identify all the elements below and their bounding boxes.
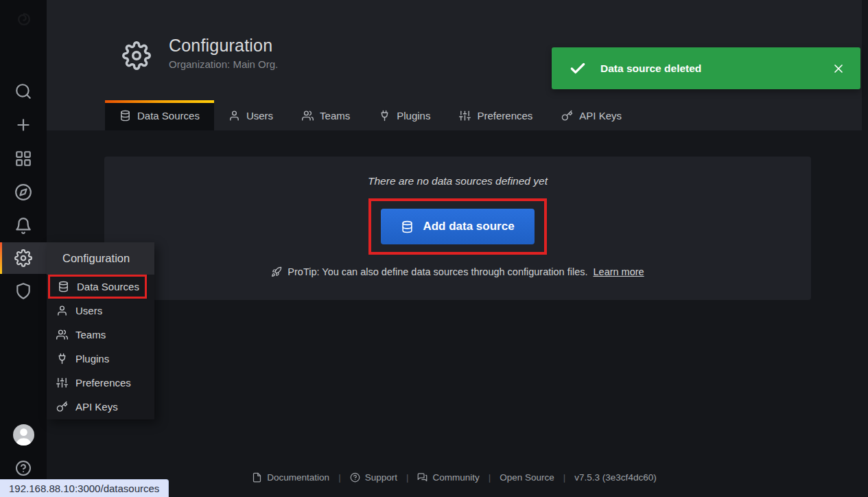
key-icon [56,401,68,413]
protip-row: ProTip: You can also define data sources… [271,266,644,277]
help-circle-icon [350,472,360,483]
tab-bar: Data Sources Users Teams Plugins Prefere… [105,100,636,130]
tab-label: Teams [320,110,350,122]
flyout-item-data-sources[interactable]: Data Sources [50,277,145,297]
sidebar-item-dashboards[interactable] [0,141,47,175]
grafana-logo[interactable] [12,8,36,31]
sliders-icon [56,377,68,389]
sidebar-item-explore[interactable] [0,175,47,209]
success-toast: Data source deleted [552,47,860,89]
sidebar-item-help[interactable] [0,457,47,479]
protip-text: ProTip: You can also define data sources… [288,266,587,277]
page-title: Configuration [169,36,278,56]
grafana-app: Configuration Organization: Main Org. Da… [0,0,868,497]
learn-more-link[interactable]: Learn more [594,266,644,277]
flyout-item-users[interactable]: Users [47,299,154,323]
footer-link-documentation[interactable]: Documentation [252,472,329,483]
avatar-person-icon [13,424,34,446]
page-header: Configuration Organization: Main Org. [122,36,278,70]
flyout-item-label: Teams [75,329,106,340]
footer-link-label: Community [432,472,479,483]
empty-state-message: There are no data sources defined yet [368,175,548,187]
flyout-item-label: Preferences [75,377,131,389]
users-icon [56,329,68,340]
dashboards-grid-icon [14,150,32,167]
flyout-item-label: API Keys [75,401,118,413]
toast-message: Data source deleted [600,62,701,75]
gear-icon [14,249,32,267]
help-circle-icon [15,460,32,476]
footer-link-label: Support [365,472,397,483]
plug-icon [56,353,68,365]
page-subtitle: Organization: Main Org. [169,58,278,70]
flyout-item-label: Users [75,305,102,316]
tab-label: Plugins [397,110,430,122]
footer-separator: | [406,472,409,483]
tab-label: Preferences [477,110,532,122]
search-icon [14,82,32,100]
flyout-item-preferences[interactable]: Preferences [47,371,154,395]
footer-version: v7.5.3 (3e3cf4dc60) [574,472,656,483]
users-icon [302,110,314,122]
toast-close-icon[interactable] [832,62,845,76]
tab-users[interactable]: Users [214,100,288,130]
user-avatar[interactable] [13,424,34,446]
sidebar-item-search[interactable] [0,74,47,108]
bell-icon [14,217,32,235]
sidebar [0,0,47,497]
annotation-box-add-button: Add data source [368,198,547,255]
sidebar-item-alerting[interactable] [0,209,47,242]
shield-icon [14,282,32,300]
database-icon [58,281,69,292]
tab-preferences[interactable]: Preferences [445,100,547,130]
add-data-source-button[interactable]: Add data source [381,209,535,244]
footer-separator: | [563,472,566,483]
tab-api-keys[interactable]: API Keys [547,100,636,130]
database-icon [401,220,414,233]
chat-icon [417,472,427,483]
flyout-item-plugins[interactable]: Plugins [47,347,154,371]
flyout-items: Data Sources Users Teams Plugins Prefere… [47,275,154,419]
data-sources-empty-card: There are no data sources defined yet Ad… [104,157,811,300]
compass-icon [14,183,32,201]
tab-plugins[interactable]: Plugins [364,100,445,130]
sidebar-nav [0,74,47,308]
tab-label: API Keys [579,110,622,122]
sidebar-item-configuration[interactable] [0,242,47,274]
key-icon [561,110,573,122]
user-icon [56,305,68,316]
sidebar-item-server-admin[interactable] [0,274,47,308]
footer-separator: | [338,472,341,483]
document-icon [252,472,262,483]
flyout-item-api-keys[interactable]: API Keys [47,395,154,419]
flyout-item-teams[interactable]: Teams [47,323,154,347]
footer-link-label: Documentation [267,472,329,483]
tab-label: Users [246,110,273,122]
footer-link-open-source[interactable]: Open Source [500,472,554,483]
flyout-item-label: Plugins [75,353,109,365]
sliders-icon [459,110,471,122]
tab-data-sources[interactable]: Data Sources [105,100,214,130]
user-icon [228,110,240,122]
annotation-box-data-sources: Data Sources [48,275,147,299]
footer-link-community[interactable]: Community [417,472,479,483]
flyout-item-label: Data Sources [77,281,139,292]
flyout-title[interactable]: Configuration [47,242,154,275]
plus-icon [14,116,32,134]
status-bar-url: 192.168.88.10:3000/datasources [0,479,169,497]
database-icon [119,110,131,122]
footer-link-label: Open Source [500,472,554,483]
add-button-label: Add data source [423,220,514,233]
configuration-gear-icon [122,41,151,70]
footer-link-support[interactable]: Support [350,472,397,483]
rocket-icon [271,266,282,277]
plug-icon [379,110,390,122]
tab-label: Data Sources [137,110,200,122]
configuration-flyout-menu: Configuration Data Sources Users Teams P… [47,242,154,419]
tab-teams[interactable]: Teams [288,100,364,130]
footer: Documentation | Support | Community | Op… [47,469,862,485]
check-icon [569,60,587,78]
footer-separator: | [489,472,491,483]
sidebar-item-create[interactable] [0,108,47,141]
